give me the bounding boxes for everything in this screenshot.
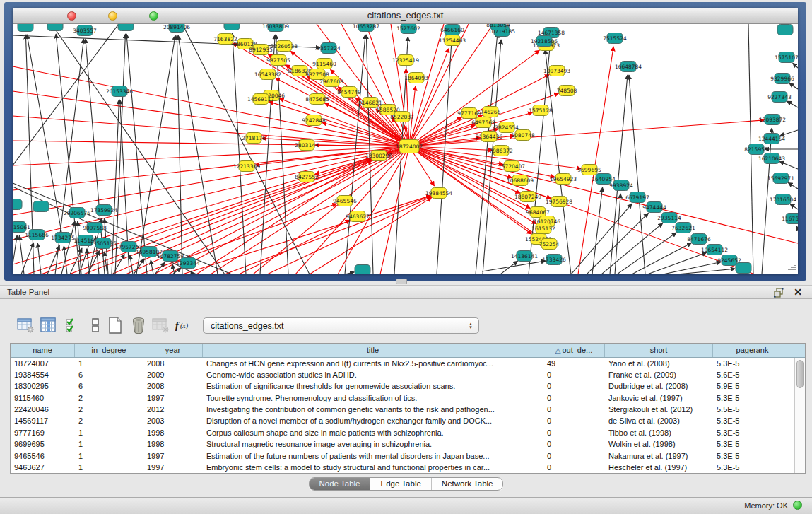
graph-node[interactable] [118, 24, 134, 31]
graph-node-selected[interactable]: 7986372 [489, 146, 513, 156]
graph-node[interactable] [224, 24, 240, 30]
graph-node-selected[interactable]: 9465546 [333, 196, 357, 206]
graph-node[interactable]: 9227343 [767, 92, 792, 103]
graph-node[interactable]: 7515524 [603, 33, 627, 44]
scrollbar-thumb[interactable] [796, 360, 804, 388]
graph-node[interactable]: 15692971 [767, 173, 794, 184]
table-row[interactable]: 2242004622012Investigating the contribut… [11, 404, 805, 416]
graph-node-selected[interactable]: 22260538 [271, 41, 298, 52]
graph-node[interactable]: 17016504 [770, 194, 796, 205]
tab-network-table[interactable]: Network Table [432, 478, 503, 490]
table-mode-icon[interactable] [16, 316, 34, 334]
graph-node[interactable]: 1734275 [51, 233, 75, 243]
graph-node[interactable]: 1733426 [542, 255, 566, 265]
graph-node-selected[interactable]: 746266 [481, 107, 501, 117]
graph-node[interactable]: 1167533 [782, 214, 798, 224]
function-builder-icon[interactable]: f (x) [174, 316, 195, 334]
column-header-pagerank[interactable]: pagerank [713, 344, 792, 357]
panel-splitter-handle[interactable] [396, 279, 407, 284]
graph-node-selected[interactable]: 11254403 [439, 35, 466, 46]
column-header-year[interactable]: year [143, 344, 203, 357]
graph-node-selected[interactable]: 12325419 [392, 55, 419, 66]
graph-node[interactable]: 8215955 [744, 144, 768, 155]
graph-node-selected[interactable]: 8912935 [249, 45, 273, 55]
graph-node[interactable]: 7632621 [671, 223, 695, 233]
graph-node-selected[interactable]: 2718176 [242, 133, 266, 144]
graph-node[interactable]: 1115686 [25, 230, 49, 240]
resize-grip[interactable] [788, 264, 796, 272]
graph-node-selected[interactable]: 1864093 [404, 73, 428, 83]
table-row[interactable]: 1938455462009Genome-wide association stu… [11, 369, 805, 380]
graph-node-selected[interactable]: 8475685 [305, 94, 329, 105]
graph-node[interactable]: 12444154 [758, 134, 785, 144]
graph-node-selected[interactable]: 18724007 [396, 140, 423, 153]
table-row[interactable]: 1456911722003Disruption of a novel membe… [11, 416, 805, 427]
graph-node-selected[interactable]: 9699695 [577, 165, 601, 175]
graph-node[interactable] [47, 24, 63, 31]
graph-node-selected[interactable]: 1575128 [529, 105, 553, 116]
graph-node[interactable]: 12093872 [759, 115, 786, 125]
graph-node-selected[interactable]: 6497568 [471, 117, 495, 128]
graph-node-selected[interactable]: 9827505 [266, 55, 290, 66]
graph-node-selected[interactable]: 8427552 [295, 172, 319, 182]
graph-node[interactable]: 9357224 [317, 43, 341, 54]
network-graph-canvas[interactable]: 1872400718300295716382288601288912935222… [13, 24, 798, 274]
column-header-name[interactable]: name [11, 344, 75, 357]
graph-node-selected[interactable]: 9242848 [302, 115, 326, 126]
graph-node[interactable]: 20153346 [106, 86, 133, 97]
graph-node[interactable]: 1527602 [396, 24, 420, 34]
tab-edge-table[interactable]: Edge Table [370, 478, 431, 490]
float-panel-icon[interactable] [774, 288, 784, 298]
column-header-out_de[interactable]: △out_de... [543, 344, 605, 357]
graph-node[interactable]: 9474444 [642, 202, 666, 213]
graph-node-selected[interactable]: 2803144 [295, 140, 319, 151]
table-row[interactable]: 1830029562008Estimation of significance … [11, 381, 805, 392]
window-titlebar[interactable]: citations_edges.txt [13, 8, 798, 24]
graph-node[interactable]: 17359924 [90, 205, 117, 216]
graph-node[interactable] [13, 199, 22, 210]
graph-node-selected[interactable]: 1615132 [531, 223, 555, 234]
graph-node[interactable]: 16648784 [615, 62, 642, 72]
table-row[interactable]: 1872400712008Changes of HCN gene express… [11, 358, 805, 369]
graph-node-selected[interactable]: 2967608 [319, 76, 343, 87]
create-column-icon[interactable] [106, 316, 124, 334]
table-row[interactable]: 969969511998Structural magnetic resonanc… [11, 439, 805, 450]
column-header-title[interactable]: title [203, 344, 543, 357]
graph-node-selected[interactable]: 3824554 [495, 122, 519, 133]
graph-node[interactable]: 1575107 [775, 52, 798, 63]
table-row[interactable]: 911546021997Tourette syndrome. Phenomeno… [11, 392, 805, 404]
graph-node[interactable]: 3403557 [73, 25, 97, 36]
table-row[interactable]: 946554611997Estimation of the future num… [11, 450, 805, 462]
graph-node[interactable] [736, 263, 751, 274]
graph-node[interactable] [355, 265, 370, 274]
graph-node[interactable] [18, 24, 33, 32]
graph-node[interactable]: 2935114 [657, 213, 681, 223]
delete-columns-icon[interactable] [129, 316, 147, 334]
table-row[interactable]: 946362711997Embryonic stem cells: a mode… [11, 462, 805, 473]
graph-node-selected[interactable]: 21364436 [476, 132, 502, 142]
graph-node[interactable]: 6466160 [440, 25, 464, 35]
graph-node-selected[interactable]: 748508 [557, 86, 577, 96]
row-height-icon[interactable] [86, 316, 104, 334]
show-columns-icon[interactable] [39, 316, 57, 334]
close-panel-icon[interactable]: ✕ [794, 286, 802, 298]
column-header-short[interactable]: short [605, 344, 713, 357]
graph-node-selected[interactable]: 14569117 [247, 94, 274, 105]
table-row[interactable]: 977716911998Corpus callosum shape and si… [11, 427, 805, 438]
graph-node[interactable]: 14136141 [511, 251, 538, 262]
graph-node-selected[interactable]: 18807249 [514, 192, 541, 202]
graph-node-selected[interactable]: 16543382 [254, 69, 281, 80]
graph-node[interactable] [33, 201, 49, 212]
graph-node[interactable]: 9938924 [609, 180, 633, 191]
graph-node-selected[interactable]: 9115460 [312, 59, 336, 69]
graph-node[interactable]: 20206576 [64, 208, 90, 218]
column-header-in_degree[interactable]: in_degree [75, 344, 143, 357]
graph-node[interactable]: 1715061 [13, 222, 30, 233]
graph-node[interactable]: 8471676 [687, 234, 711, 245]
tab-node-table[interactable]: Node Table [310, 478, 371, 490]
table-vertical-scrollbar[interactable] [794, 358, 805, 473]
graph-node[interactable]: 9097588 [83, 223, 107, 233]
graph-node[interactable]: 9329966 [770, 74, 794, 84]
graph-node[interactable] [777, 25, 793, 35]
select-columns-icon[interactable] [64, 316, 81, 334]
